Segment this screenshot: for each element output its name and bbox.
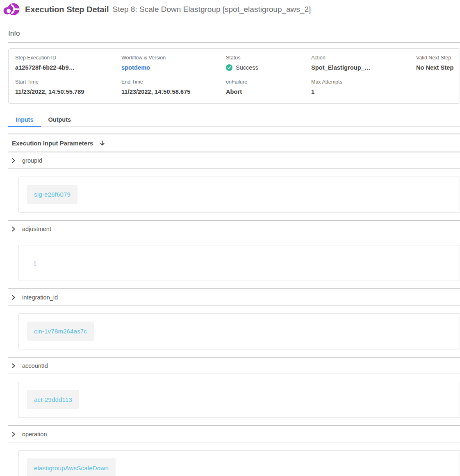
tab-inputs[interactable]: Inputs: [8, 113, 41, 127]
value-card: act-29ddd113: [18, 382, 460, 418]
param-section-adjustment: adjustment 1: [8, 221, 460, 289]
tab-outputs[interactable]: Outputs: [41, 113, 79, 127]
info-card: Step Execution ID a125728f-6b22-4b9… Wor…: [8, 48, 460, 104]
field-label: onFailure: [226, 79, 307, 85]
param-name: adjustment: [22, 226, 51, 232]
param-section-accountid: accountId act-29ddd113: [8, 358, 460, 426]
field-value: 1: [311, 88, 412, 95]
param-value-chip: sig-e26f6079: [27, 185, 77, 204]
param-name: groupId: [22, 157, 42, 164]
execution-input-parameters-header: Execution Input Parameters: [8, 134, 460, 152]
field-value: a125728f-6b22-4b9…: [15, 64, 117, 71]
field-value: No Next Step: [416, 64, 455, 71]
field-label: Status: [226, 55, 307, 61]
chevron-right-icon: [11, 295, 16, 300]
field-value: 11/23/2022, 14:50:55.789: [15, 88, 117, 95]
param-name: integration_id: [22, 294, 58, 301]
param-body: cin-1v78m264as7c: [8, 306, 460, 357]
chevron-right-icon: [11, 363, 16, 369]
check-circle-icon: [226, 64, 232, 71]
param-section-integration-id: integration_id cin-1v78m264as7c: [8, 289, 460, 358]
param-name: operation: [22, 431, 47, 437]
chevron-right-icon: [11, 158, 16, 163]
app-header: Execution Step Detail Step 8: Scale Down…: [0, 0, 460, 19]
value-card: 1: [18, 245, 460, 281]
field-step-execution-id: Step Execution ID a125728f-6b22-4b9…: [15, 55, 121, 71]
param-body: act-29ddd113: [8, 374, 460, 425]
param-expander[interactable]: operation: [8, 426, 460, 442]
field-label: Valid Next Step: [416, 55, 455, 61]
page-subtitle: Step 8: Scale Down Elastgroup [spot_elas…: [113, 5, 311, 14]
param-expander[interactable]: accountId: [8, 358, 460, 374]
param-section-operation: operation elastigroupAwsScaleDown: [8, 426, 460, 476]
page-title: Execution Step Detail: [25, 5, 109, 14]
field-spacer: [416, 79, 460, 95]
info-section-heading: Info: [8, 19, 460, 43]
chevron-right-icon: [11, 226, 16, 232]
spacer: [8, 127, 460, 134]
field-label: Start Time: [15, 79, 117, 85]
field-workflow-version: Workflow & Version spotdemo: [121, 55, 226, 71]
value-card: sig-e26f6079: [18, 177, 460, 213]
field-end-time: End Time 11/23/2022, 14:50:58.675: [121, 79, 226, 95]
field-label: Max Attempts: [311, 79, 412, 85]
param-expander[interactable]: adjustment: [8, 221, 460, 237]
param-value-chip: act-29ddd113: [27, 390, 79, 409]
param-value-chip: cin-1v78m264as7c: [27, 322, 94, 341]
param-value-chip: elastigroupAwsScaleDown: [27, 458, 116, 476]
tab-bar: Inputs Outputs: [8, 113, 460, 127]
field-value: Abort: [226, 88, 307, 95]
field-label: End Time: [121, 79, 222, 85]
field-valid-next-step: Valid Next Step No Next Step: [416, 55, 460, 71]
value-card: cin-1v78m264as7c: [18, 313, 460, 349]
field-status: Status Success: [226, 55, 311, 71]
arrow-down-icon[interactable]: [99, 140, 105, 146]
param-name: accountId: [22, 363, 48, 369]
field-action: Action Spot_Elastigroup_…: [311, 55, 416, 71]
status-text: Success: [236, 64, 258, 71]
chevron-right-icon: [11, 431, 16, 437]
param-body: elastigroupAwsScaleDown: [8, 442, 460, 476]
field-label: Action: [311, 55, 412, 61]
field-value: Spot_Elastigroup_…: [311, 64, 412, 71]
value-card: elastigroupAwsScaleDown: [18, 450, 460, 476]
params-title: Execution Input Parameters: [12, 140, 93, 147]
param-section-groupid: groupId sig-e26f6079: [8, 152, 460, 221]
status-badge: Success: [226, 64, 307, 71]
param-expander[interactable]: integration_id: [8, 289, 460, 306]
field-max-attempts: Max Attempts 1: [311, 79, 416, 95]
field-label: Workflow & Version: [121, 55, 222, 61]
param-value-number: 1: [33, 260, 36, 267]
field-start-time: Start Time 11/23/2022, 14:50:55.789: [15, 79, 121, 95]
param-expander[interactable]: groupId: [8, 152, 460, 169]
spot-logo-icon: [3, 2, 20, 17]
param-body: sig-e26f6079: [8, 169, 460, 220]
param-body: 1: [8, 237, 460, 288]
field-value: 11/23/2022, 14:50:58.675: [121, 88, 222, 95]
field-label: Step Execution ID: [15, 55, 117, 61]
field-onfailure: onFailure Abort: [226, 79, 311, 95]
workflow-link[interactable]: spotdemo: [121, 64, 222, 71]
